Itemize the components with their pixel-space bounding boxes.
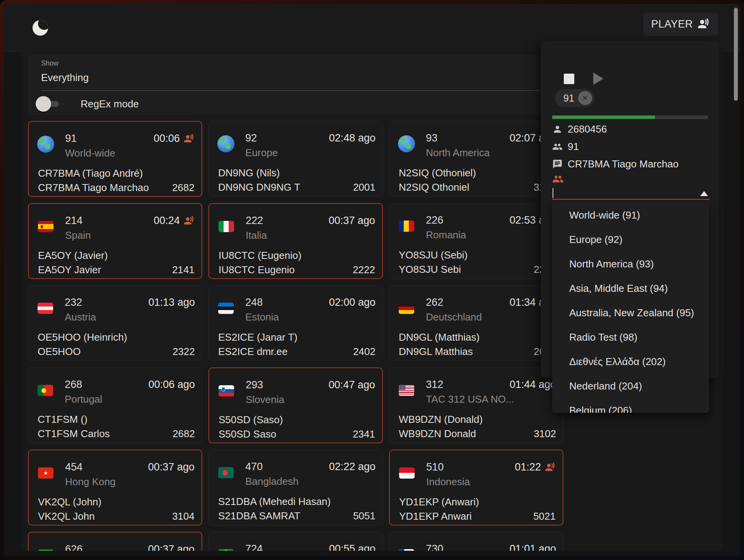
talker-alias-row: S50SD Saso 2341 — [219, 428, 375, 440]
talkgroup-name: Austria — [65, 311, 96, 323]
dropdown-collapse-icon[interactable] — [700, 191, 708, 196]
talkgroup-card[interactable]: 268 Portugal 00:06 ago CT1FSM () CT1FSM … — [28, 367, 202, 443]
last-heard-time: 00:06 ago — [148, 379, 195, 391]
country-flag-icon — [399, 467, 415, 479]
talkgroup-card[interactable]: 724 00:55 ago — [208, 532, 383, 551]
card-header: 226 Romania 02:53 ago — [389, 203, 563, 246]
dropdown-option[interactable]: Nederland (204) — [552, 374, 709, 398]
last-callsign: N2SIQ (Othoniel) — [399, 167, 476, 179]
talkgroup-id: 93 — [426, 132, 437, 144]
talkgroup-card[interactable]: 262 Deutschland 01:34 ago DN9GL (Matthia… — [389, 285, 563, 361]
talkgroup-card[interactable]: 293 Slovenia 00:47 ago S50SD (Saso) S50S… — [208, 367, 383, 443]
last-heard: 02:00 ago — [329, 296, 375, 308]
dropdown-option[interactable]: Australia, New Zealand (95) — [552, 301, 709, 325]
talkgroup-id: 268 — [65, 379, 82, 391]
last-heard: 00:37 ago — [329, 215, 375, 227]
last-heard: 00:06 ago — [148, 379, 195, 391]
play-icon — [593, 72, 603, 85]
last-callsign: YD1EKP (Anwari) — [399, 496, 479, 508]
card-header: 214 Spain 00:24 — [29, 204, 202, 246]
talker-alias-row: CR7BMA Tiago Marchao — [552, 158, 679, 170]
talkgroup-name: Bangladesh — [245, 476, 298, 488]
country-flag-icon — [217, 135, 234, 152]
play-button[interactable] — [591, 71, 606, 86]
talkgroup-name: Portugal — [65, 393, 102, 405]
last-heard: 00:47 ago — [329, 379, 375, 391]
talker-alias: S50SD Saso — [219, 428, 276, 440]
talker-alias: WB9DZN Donald — [399, 428, 476, 440]
reflector-number: 5051 — [353, 510, 375, 522]
reflector-number: 3104 — [172, 510, 195, 522]
talker-alias: ES2ICE dmr.ee — [218, 346, 288, 358]
talkgroup-card[interactable]: 730 01:01 ago — [389, 532, 563, 551]
talkgroup-card[interactable]: 626 00:37 ago — [28, 532, 202, 551]
page-scrollbar-thumb[interactable] — [734, 8, 738, 101]
talkgroup-search-input[interactable] — [552, 187, 710, 200]
talkgroup-name: Europe — [245, 147, 278, 159]
dropdown-option[interactable]: Europe (92) — [552, 227, 709, 252]
chat-icon — [552, 159, 563, 169]
talker-alias-row: EA5OY Javier 2141 — [38, 264, 195, 276]
player-button[interactable]: PLAYER — [643, 12, 718, 36]
show-select[interactable]: Everything — [41, 72, 89, 84]
last-heard-time: 00:47 ago — [329, 379, 375, 391]
talkgroup-card[interactable]: 248 Estonia 02:00 ago ES2ICE (Janar T) E… — [208, 285, 383, 361]
dropdown-option[interactable]: Radio Test (98) — [552, 325, 709, 350]
reflector-number: 2322 — [172, 346, 195, 358]
stop-button[interactable] — [561, 71, 577, 86]
last-callsign: S50SD (Saso) — [219, 414, 283, 426]
talkgroup-card[interactable]: 222 Italia 00:37 ago IU8CTC (Eugenio) IU… — [208, 203, 383, 279]
talkgroup-card[interactable]: 92 Europe 02:48 ago DN9NG (Nils) DN9NG D… — [208, 121, 383, 197]
talker-alias-row: YD1EKP Anwari 5021 — [399, 510, 556, 522]
talkgroup-id: 730 — [426, 543, 443, 551]
current-user-row: 2680456 — [552, 123, 607, 135]
country-flag-icon — [37, 136, 54, 153]
regex-toggle[interactable] — [36, 95, 64, 113]
dropdown-option[interactable]: North America (93) — [552, 252, 709, 276]
talkgroup-chip[interactable]: 91 × — [555, 89, 594, 107]
talkgroup-id: 226 — [426, 214, 443, 226]
progress-fill — [552, 115, 655, 119]
reflector-number: 2222 — [353, 264, 375, 276]
stop-icon — [564, 74, 574, 84]
playback-progress-bar[interactable] — [552, 115, 708, 119]
country-flag-icon — [218, 549, 234, 551]
talker-alias-row: ES2ICE dmr.ee 2402 — [218, 346, 375, 358]
talkgroup-card[interactable]: 91 World-wide 00:06 CR7BMA (Tiago André)… — [28, 121, 202, 197]
talkgroup-card[interactable]: 510 Indonesia 01:22 YD1EKP (Anwari) YD1E… — [389, 450, 563, 526]
talker-alias-row: N2SIQ Othoniel 3107 — [399, 181, 556, 193]
last-callsign: CR7BMA (Tiago André) — [38, 167, 143, 179]
talker-alias-row: IU8CTC Eugenio 2222 — [219, 264, 375, 276]
talkgroup-card[interactable]: 232 Austria 01:13 ago OE5HOO (Heinrich) … — [28, 285, 202, 361]
last-heard-time: 00:06 — [153, 133, 180, 145]
last-callsign: YO8SJU (Sebi) — [399, 249, 468, 261]
talkgroup-name: Hong Kong — [65, 476, 115, 488]
talkgroup-card[interactable]: 470 Bangladesh 02:22 ago S21DBA (Mehedi … — [208, 450, 383, 526]
last-heard-time: 02:22 ago — [329, 461, 375, 473]
reflector-number: 3102 — [534, 428, 556, 440]
dropdown-option[interactable]: World-wide (91) — [552, 203, 709, 227]
card-header: 312 TAC 312 USA NO... 01:44 ago — [389, 368, 563, 410]
text-caret — [553, 188, 553, 198]
dropdown-option[interactable]: Belgium (206) — [552, 398, 709, 413]
talker-alias: YO8SJU Sebi — [399, 264, 461, 276]
dropdown-option[interactable]: Διεθνές Ελλάδα (202) — [552, 350, 709, 374]
dark-mode-moon-icon[interactable] — [33, 20, 48, 36]
chip-close-icon[interactable]: × — [578, 91, 592, 105]
current-talkgroup-id: 91 — [568, 141, 579, 153]
card-header: 262 Deutschland 01:34 ago — [389, 286, 563, 328]
talkgroup-id: 262 — [426, 296, 443, 308]
last-callsign: IU8CTC (Eugenio) — [219, 250, 301, 262]
talkgroup-card[interactable]: 454 Hong Kong 00:37 ago VK2QL (John) VK2… — [28, 450, 202, 526]
last-heard-time: 02:00 ago — [329, 296, 375, 308]
talkgroup-card[interactable]: 312 TAC 312 USA NO... 01:44 ago WB9DZN (… — [389, 367, 563, 443]
talker-alias: DN9NG DN9NG T — [218, 181, 300, 193]
talkgroup-card[interactable]: 93 North America 02:07 ago N2SIQ (Othoni… — [389, 121, 563, 197]
talkgroup-card[interactable]: 214 Spain 00:24 EA5OY (Javier) EA5OY Jav… — [28, 203, 202, 279]
reflector-number: 2402 — [353, 346, 375, 358]
talkgroup-card[interactable]: 226 Romania 02:53 ago YO8SJU (Sebi) YO8S… — [389, 203, 563, 279]
last-callsign: CT1FSM () — [38, 414, 88, 426]
active-speaker-icon — [184, 133, 195, 144]
talker-alias: DN9GL Matthias — [399, 346, 473, 358]
dropdown-option[interactable]: Asia, Middle East (94) — [552, 276, 709, 301]
